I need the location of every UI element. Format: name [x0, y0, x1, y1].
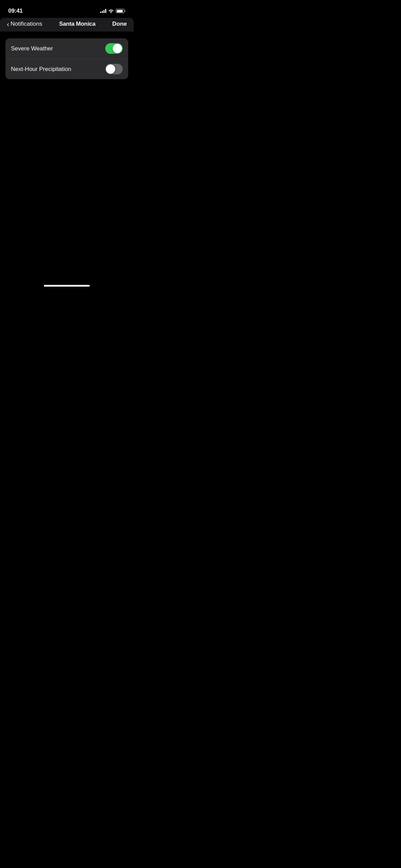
home-indicator [44, 285, 90, 287]
next-hour-precipitation-row: Next-Hour Precipitation [5, 59, 128, 79]
battery-fill [117, 10, 123, 12]
severe-weather-toggle[interactable] [105, 43, 123, 54]
signal-bar-3 [104, 10, 105, 13]
next-hour-precipitation-toggle-thumb [106, 64, 115, 74]
status-time: 09:41 [8, 8, 23, 14]
severe-weather-row: Severe Weather [5, 38, 128, 59]
severe-weather-label: Severe Weather [11, 45, 53, 52]
page-title: Santa Monica [59, 21, 95, 27]
signal-bar-2 [102, 11, 103, 13]
signal-bar-1 [100, 12, 101, 13]
battery-body [116, 9, 124, 13]
settings-card: Severe Weather Next-Hour Precipitation [5, 38, 128, 79]
back-label: Notifications [11, 21, 42, 27]
severe-weather-toggle-thumb [113, 44, 122, 53]
status-icons [100, 9, 125, 13]
nav-bar: ‹ Notifications Santa Monica Done [0, 18, 134, 32]
wifi-icon [108, 9, 114, 13]
signal-icon [100, 9, 106, 13]
next-hour-precipitation-toggle[interactable] [105, 64, 123, 74]
content-area: Severe Weather Next-Hour Precipitation [0, 32, 134, 86]
back-chevron-icon: ‹ [7, 21, 9, 27]
back-button[interactable]: ‹ Notifications [7, 21, 42, 27]
done-button[interactable]: Done [112, 21, 127, 27]
signal-bar-4 [105, 9, 106, 13]
next-hour-precipitation-label: Next-Hour Precipitation [11, 66, 71, 73]
status-bar: 09:41 [0, 0, 134, 17]
battery-tip [125, 10, 125, 12]
battery-icon [116, 9, 125, 13]
